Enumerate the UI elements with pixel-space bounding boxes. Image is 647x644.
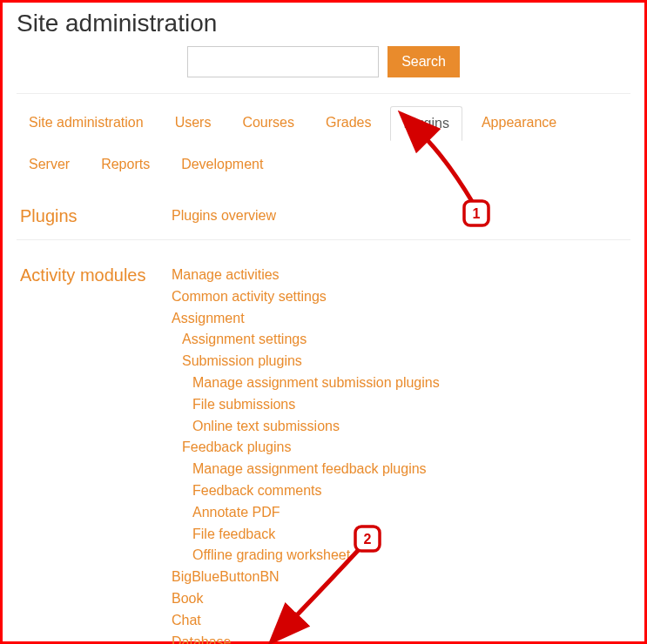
link-feedback-plugins[interactable]: Feedback plugins (172, 437, 630, 459)
link-assignment[interactable]: Assignment (172, 308, 630, 330)
tab-site-administration[interactable]: Site administration (17, 106, 156, 141)
activity-links: Manage activities Common activity settin… (172, 265, 630, 644)
link-assignment-settings[interactable]: Assignment settings (172, 329, 630, 351)
tab-plugins[interactable]: Plugins (390, 106, 462, 141)
page-title: Site administration (17, 10, 630, 37)
link-submission-plugins[interactable]: Submission plugins (172, 351, 630, 372)
divider (17, 93, 630, 94)
tabs-nav: Site administration Users Courses Grades… (17, 106, 630, 188)
search-input[interactable] (187, 46, 379, 77)
link-manage-submission-plugins[interactable]: Manage assignment submission plugins (172, 372, 630, 394)
link-bigbluebuttonbn[interactable]: BigBlueButtonBN (172, 567, 630, 588)
tab-reports[interactable]: Reports (89, 148, 162, 181)
tab-courses[interactable]: Courses (230, 106, 307, 141)
divider (17, 239, 630, 240)
link-chat[interactable]: Chat (172, 610, 630, 632)
link-feedback-comments[interactable]: Feedback comments (172, 480, 630, 502)
link-file-feedback[interactable]: File feedback (172, 524, 630, 546)
section-plugins: Plugins Plugins overview (17, 193, 630, 239)
link-offline-grading-worksheet[interactable]: Offline grading worksheet (172, 545, 630, 567)
link-book[interactable]: Book (172, 588, 630, 610)
tab-users[interactable]: Users (163, 106, 224, 141)
tab-server[interactable]: Server (17, 148, 82, 181)
search-row: Search (17, 46, 630, 77)
link-plugins-overview[interactable]: Plugins overview (172, 205, 630, 227)
link-database[interactable]: Database (172, 632, 630, 644)
tab-development[interactable]: Development (169, 148, 275, 181)
link-manage-feedback-plugins[interactable]: Manage assignment feedback plugins (172, 459, 630, 480)
section-activity-label: Activity modules (17, 265, 172, 644)
section-plugins-label: Plugins (17, 205, 172, 227)
section-activity-modules: Activity modules Manage activities Commo… (17, 252, 630, 644)
search-button[interactable]: Search (388, 46, 460, 77)
link-file-submissions[interactable]: File submissions (172, 394, 630, 416)
link-common-activity-settings[interactable]: Common activity settings (172, 286, 630, 308)
link-annotate-pdf[interactable]: Annotate PDF (172, 502, 630, 524)
tab-grades[interactable]: Grades (313, 106, 383, 141)
link-online-text-submissions[interactable]: Online text submissions (172, 416, 630, 438)
tab-appearance[interactable]: Appearance (469, 106, 569, 141)
link-manage-activities[interactable]: Manage activities (172, 265, 630, 286)
